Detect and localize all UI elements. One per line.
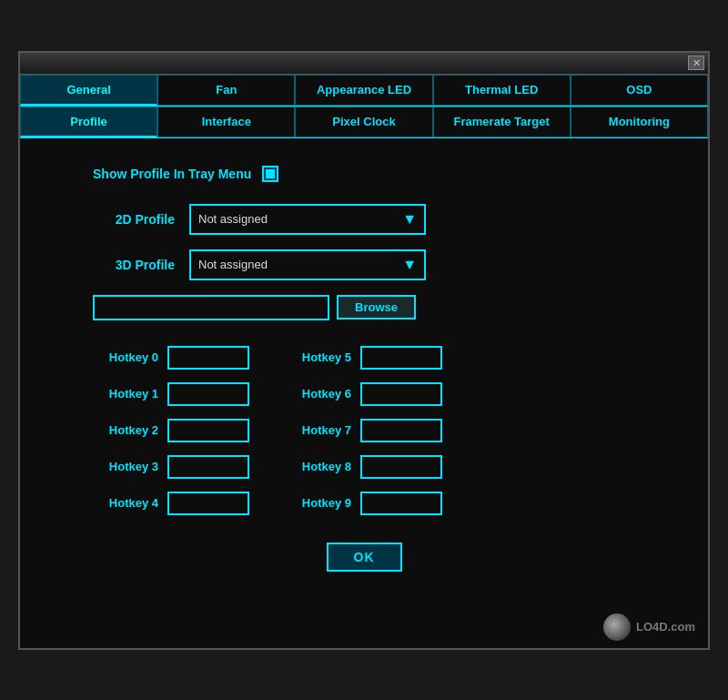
hotkey-6-label: Hotkey 6 <box>286 387 351 401</box>
hotkeys-col-2: Hotkey 5 Hotkey 6 Hotkey 7 Hotkey 8 Hotk… <box>286 346 442 515</box>
show-profile-row: Show Profile In Tray Menu <box>93 166 635 182</box>
profile-2d-value: Not assigned <box>198 212 268 226</box>
profile-3d-label: 3D Profile <box>93 258 175 272</box>
tab-interface[interactable]: Interface <box>157 107 295 137</box>
hotkey-7-input[interactable] <box>360 419 442 442</box>
profile-3d-arrow: ▼ <box>402 257 417 273</box>
hotkey-2-row: Hotkey 2 <box>93 419 249 442</box>
hotkey-9-input[interactable] <box>360 492 442 515</box>
hotkey-8-input[interactable] <box>360 455 442 479</box>
tab-row-2: Profile Interface Pixel Clock Framerate … <box>20 107 708 138</box>
profile-3d-value: Not assigned <box>198 258 268 271</box>
hotkey-1-label: Hotkey 1 <box>93 387 158 401</box>
ok-row: OK <box>93 543 635 572</box>
hotkey-5-input[interactable] <box>360 346 442 370</box>
main-window: ✕ General Fan Appearance LED Thermal LED… <box>18 51 710 650</box>
hotkey-6-row: Hotkey 6 <box>286 382 442 406</box>
profile-2d-row: 2D Profile Not assigned ▼ <box>93 204 635 235</box>
browse-input[interactable] <box>93 295 329 320</box>
hotkey-2-input[interactable] <box>167 419 249 442</box>
hotkey-0-input[interactable] <box>167 346 249 370</box>
hotkey-4-input[interactable] <box>167 492 249 515</box>
profile-3d-row: 3D Profile Not assigned ▼ <box>93 249 635 280</box>
hotkey-7-row: Hotkey 7 <box>286 419 442 442</box>
browse-button[interactable]: Browse <box>337 295 416 320</box>
ok-button[interactable]: OK <box>327 543 402 572</box>
tab-monitoring[interactable]: Monitoring <box>571 107 708 137</box>
tab-thermal-led[interactable]: Thermal LED <box>433 75 571 106</box>
tab-row-1: General Fan Appearance LED Thermal LED O… <box>20 75 708 107</box>
hotkey-4-row: Hotkey 4 <box>93 492 249 515</box>
profile-3d-dropdown[interactable]: Not assigned ▼ <box>189 249 426 280</box>
content-area: Show Profile In Tray Menu 2D Profile Not… <box>20 138 708 648</box>
close-button[interactable]: ✕ <box>688 56 704 70</box>
hotkeys-section: Hotkey 0 Hotkey 1 Hotkey 2 Hotkey 3 Hotk… <box>93 346 635 515</box>
hotkey-3-row: Hotkey 3 <box>93 455 249 479</box>
tab-framerate-target[interactable]: Framerate Target <box>433 107 571 137</box>
hotkey-7-label: Hotkey 7 <box>286 423 351 437</box>
tab-general[interactable]: General <box>20 75 157 106</box>
tab-profile[interactable]: Profile <box>20 107 157 137</box>
hotkeys-col-1: Hotkey 0 Hotkey 1 Hotkey 2 Hotkey 3 Hotk… <box>93 346 249 515</box>
title-bar: ✕ <box>20 53 708 75</box>
browse-row: Browse <box>93 295 635 320</box>
profile-2d-arrow: ▼ <box>402 211 417 228</box>
hotkey-9-label: Hotkey 9 <box>286 496 351 510</box>
tab-pixel-clock[interactable]: Pixel Clock <box>295 107 432 137</box>
hotkey-6-input[interactable] <box>360 382 442 406</box>
hotkey-4-label: Hotkey 4 <box>93 496 158 510</box>
hotkey-0-label: Hotkey 0 <box>93 350 158 364</box>
show-profile-checkbox[interactable] <box>262 166 278 182</box>
hotkey-3-input[interactable] <box>167 455 249 479</box>
tab-osd[interactable]: OSD <box>571 75 708 106</box>
hotkey-1-input[interactable] <box>167 382 249 406</box>
tab-appearance-led[interactable]: Appearance LED <box>295 75 432 106</box>
show-profile-label: Show Profile In Tray Menu <box>93 167 251 181</box>
profile-2d-label: 2D Profile <box>93 212 175 227</box>
hotkey-5-row: Hotkey 5 <box>286 346 442 370</box>
hotkey-9-row: Hotkey 9 <box>286 492 442 515</box>
hotkey-3-label: Hotkey 3 <box>93 460 158 473</box>
hotkey-8-label: Hotkey 8 <box>286 460 351 473</box>
hotkey-5-label: Hotkey 5 <box>286 350 351 364</box>
hotkey-1-row: Hotkey 1 <box>93 382 249 406</box>
tab-fan[interactable]: Fan <box>157 75 295 106</box>
hotkey-8-row: Hotkey 8 <box>286 455 442 479</box>
hotkey-0-row: Hotkey 0 <box>93 346 249 370</box>
hotkey-2-label: Hotkey 2 <box>93 423 158 437</box>
profile-2d-dropdown[interactable]: Not assigned ▼ <box>189 204 426 235</box>
